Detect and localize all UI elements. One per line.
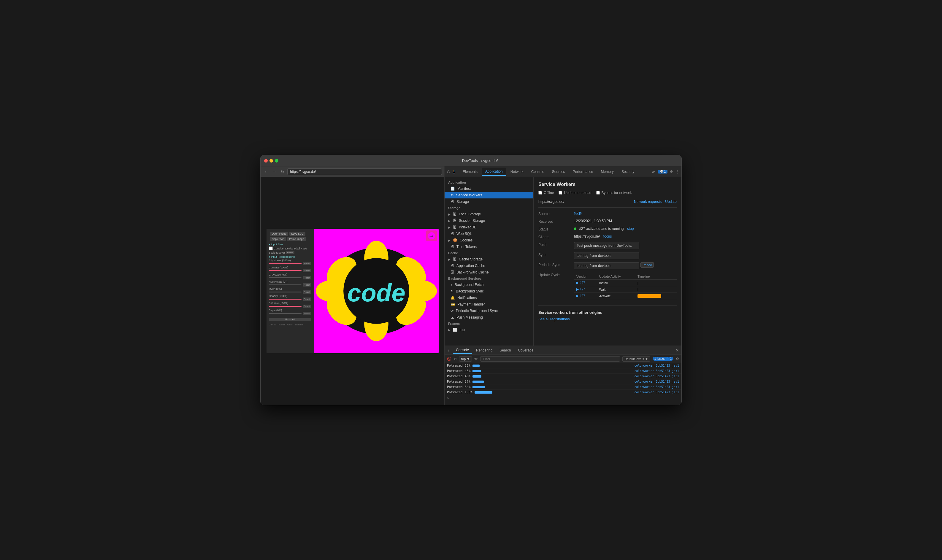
maximize-button[interactable] [275, 159, 278, 163]
version-27-3[interactable]: ▶ #27 [577, 294, 585, 297]
network-requests-link[interactable]: Network requests [634, 200, 661, 204]
tab-application[interactable]: Application [482, 168, 506, 176]
context-selector[interactable]: top ▼ [459, 356, 472, 362]
invert-reset[interactable]: Reset [303, 291, 311, 294]
console-tab-more-icon[interactable]: ⋮ [447, 348, 450, 352]
sidebar-item-service-workers[interactable]: ⚙ Service Workers [445, 192, 533, 198]
sidebar-item-top-frame[interactable]: ▶ ⬜ top [445, 326, 533, 333]
device-pixel-ratio-checkbox[interactable] [269, 246, 273, 250]
sidebar-item-background-sync-label: Background Sync [456, 289, 484, 293]
scale-reset-button[interactable]: Reset [286, 251, 295, 254]
brightness-reset[interactable]: Reset [303, 262, 311, 265]
periodic-sync-input[interactable] [574, 262, 639, 269]
tab-memory[interactable]: Memory [597, 168, 617, 175]
tab-console-bottom[interactable]: Console [453, 347, 472, 354]
reset-all-button[interactable]: Reset All [269, 318, 311, 321]
grayscale-reset[interactable]: Reset [303, 276, 311, 279]
console-link-1[interactable]: colorworker.3bb51423.js:1 [634, 364, 679, 367]
cursor-icon[interactable]: ⬡ [447, 170, 450, 174]
issues-badge[interactable]: 1 Issue: 🔵 1 [653, 357, 674, 361]
periodic-sync-button[interactable]: Perioc [640, 262, 654, 268]
tab-search[interactable]: Search [496, 347, 514, 354]
sidebar-item-trust-tokens[interactable]: 🗄 Trust Tokens [445, 243, 533, 250]
version-27-1[interactable]: ▶ #27 [577, 281, 585, 285]
console-filter-input[interactable] [480, 356, 620, 362]
tab-coverage[interactable]: Coverage [515, 347, 536, 354]
console-clear-icon[interactable]: 🚫 [447, 357, 452, 361]
offline-checkbox-label[interactable]: Offline [538, 191, 554, 195]
console-link-5[interactable]: colorworker.3bb51423.js:1 [634, 385, 679, 389]
sidebar-item-back-forward-cache[interactable]: 🗄 Back-forward Cache [445, 269, 533, 275]
console-row-2: Potraced 43% colorworker.3bb51423.js:1 [445, 368, 681, 374]
device-icon[interactable]: 📱 [452, 170, 456, 174]
open-image-button[interactable]: Open Image [270, 232, 288, 236]
sidebar-item-indexeddb[interactable]: ▶ 🗄 IndexedDB [445, 224, 533, 231]
tab-sources[interactable]: Sources [549, 168, 569, 175]
sidebar-item-background-fetch[interactable]: ↑ Background Fetch [445, 282, 533, 288]
sidebar-item-session-storage-label: Session Storage [459, 218, 485, 223]
sidebar-item-background-sync[interactable]: ↻ Background Sync [445, 288, 533, 295]
paste-image-button[interactable]: Paste Image [287, 237, 306, 241]
devtools-tabs: ⬡ 📱 Elements Application Network Console… [445, 166, 681, 177]
update-link[interactable]: Update [665, 200, 677, 204]
sidebar-item-notifications[interactable]: 🔔 Notifications [445, 295, 533, 301]
console-filter-icon[interactable]: ⊘ [454, 357, 457, 361]
hue-rotate-reset[interactable]: Reset [303, 283, 311, 286]
sidebar-item-periodic-background-sync[interactable]: ⟳ Periodic Background Sync [445, 308, 533, 314]
source-link[interactable]: sw.js [574, 211, 582, 215]
console-link-4[interactable]: colorworker.3bb51423.js:1 [634, 380, 679, 383]
update-on-reload-label[interactable]: Update on reload [558, 191, 591, 195]
focus-link[interactable]: focus [603, 234, 612, 238]
tab-rendering[interactable]: Rendering [473, 347, 495, 354]
back-button[interactable]: ← [263, 169, 270, 175]
console-link-3[interactable]: colorworker.3bb51423.js:1 [634, 375, 679, 378]
sidebar-item-push-messaging[interactable]: ☁ Push Messaging [445, 314, 533, 321]
sidebar-item-manifest[interactable]: 📄 Manifest [445, 185, 533, 192]
settings-icon[interactable]: ⚙ [670, 170, 673, 174]
save-svg-button[interactable]: Save SVG [289, 232, 305, 236]
sidebar-item-storage[interactable]: 🗄 Storage [445, 198, 533, 205]
tab-network[interactable]: Network [507, 168, 527, 175]
tab-security[interactable]: Security [618, 168, 638, 175]
stop-link[interactable]: stop [627, 227, 634, 231]
minimize-button[interactable] [270, 159, 273, 163]
default-levels-selector[interactable]: Default levels ▼ [622, 356, 650, 362]
address-bar[interactable] [287, 168, 442, 175]
update-on-reload-checkbox[interactable] [558, 191, 562, 195]
offline-checkbox[interactable] [538, 191, 542, 195]
saturate-reset[interactable]: Reset [303, 305, 311, 308]
sidebar-item-application-cache[interactable]: 🗄 Application Cache [445, 263, 533, 269]
contrast-reset[interactable]: Reset [303, 269, 311, 272]
sepia-reset[interactable]: Reset [303, 312, 311, 315]
tab-console[interactable]: Console [528, 168, 548, 175]
close-button[interactable] [264, 159, 268, 163]
sidebar-item-payment-handler[interactable]: 💳 Payment Handler [445, 301, 533, 308]
opacity-reset[interactable]: Reset [303, 297, 311, 301]
copy-svg-button[interactable]: Copy SVG [270, 237, 287, 241]
sidebar-item-application-cache-label: Application Cache [456, 264, 485, 268]
more-icon[interactable]: ⋮ [675, 170, 679, 174]
tab-performance[interactable]: Performance [569, 168, 597, 175]
web-sql-icon: 🗄 [450, 232, 454, 236]
sidebar-item-cookies[interactable]: ▶ 🍪 Cookies [445, 237, 533, 243]
sidebar-item-local-storage[interactable]: ▶ 🗄 Local Storage [445, 211, 533, 217]
bypass-for-network-label[interactable]: Bypass for network [596, 191, 632, 195]
see-all-registrations-link[interactable]: See all registrations [538, 317, 569, 321]
sidebar-item-cache-storage[interactable]: ▶ 🗄 Cache Storage [445, 256, 533, 263]
messages-badge[interactable]: 💬 1 [658, 170, 668, 174]
indexeddb-chevron: ▶ [448, 226, 450, 229]
forward-button[interactable]: → [271, 169, 278, 175]
eye-icon[interactable]: 👁 [474, 357, 478, 361]
push-input[interactable] [574, 242, 639, 249]
console-settings-icon[interactable]: ⚙ [676, 357, 679, 361]
console-link-2[interactable]: colorworker.3bb51423.js:1 [634, 369, 679, 372]
version-27-2[interactable]: ▶ #27 [577, 288, 585, 291]
console-close-button[interactable]: ✕ [675, 348, 679, 353]
bypass-for-network-checkbox[interactable] [596, 191, 600, 195]
tab-elements[interactable]: Elements [459, 168, 481, 175]
refresh-button[interactable]: ↻ [279, 169, 285, 175]
sidebar-item-web-sql[interactable]: 🗄 Web SQL [445, 231, 533, 237]
sidebar-item-session-storage[interactable]: ▶ 🗄 Session Storage [445, 217, 533, 224]
console-link-6[interactable]: colorworker.3bb51423.js:1 [634, 391, 679, 394]
sync-input[interactable] [574, 252, 639, 259]
